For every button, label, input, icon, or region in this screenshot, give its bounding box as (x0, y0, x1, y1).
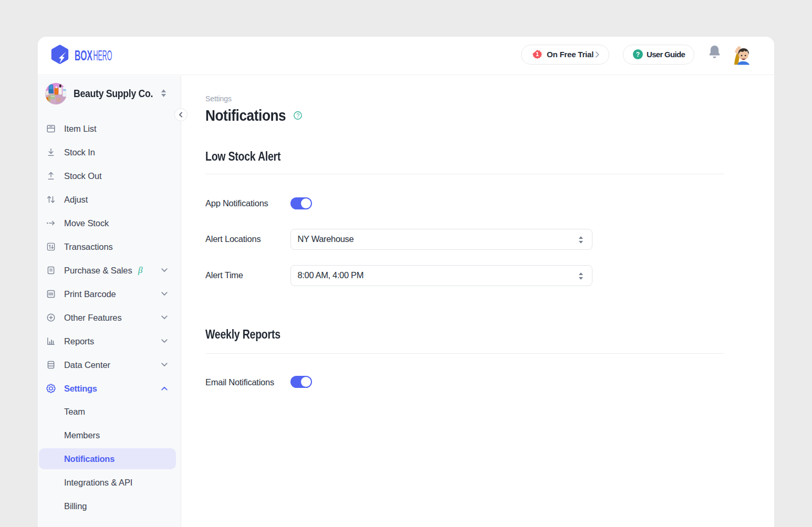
svg-text:1: 1 (536, 51, 539, 57)
svg-text:?: ? (296, 112, 299, 119)
svg-text:BOX: BOX (75, 50, 92, 61)
svg-text:?: ? (636, 51, 640, 58)
svg-text:HERO: HERO (93, 50, 112, 61)
